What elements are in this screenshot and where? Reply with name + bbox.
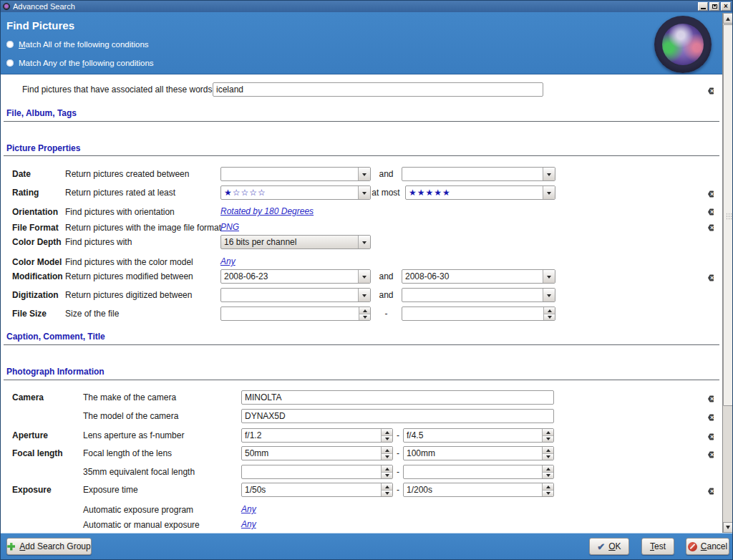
aperture-desc: Lens aperture as f-number [83,430,184,440]
clear-exposure-icon[interactable]: × [708,486,719,495]
section-picture-properties[interactable]: Picture Properties [6,143,80,153]
modification-to-combobox[interactable]: 2008-06-30 [402,269,555,284]
spin-arrows-icon[interactable] [543,307,555,320]
modification-desc: Return pictures modified between [65,271,193,281]
clear-file-format-icon[interactable]: × [708,222,719,231]
spin-arrows-icon[interactable] [381,483,392,496]
scroll-up-icon[interactable] [723,13,733,24]
clear-camera-make-icon[interactable]: × [708,393,719,402]
chevron-down-icon[interactable] [358,270,370,283]
rating-min-stars: ★☆☆☆☆ [221,186,358,199]
clear-orientation-icon[interactable]: × [708,206,719,216]
orientation-link[interactable]: Rotated by 180 Degrees [220,206,314,216]
file-size-desc: Size of the file [65,309,119,319]
scroll-down-icon[interactable] [723,522,733,533]
exposure-label: Exposure [12,485,52,495]
test-button[interactable]: Test [641,538,674,555]
clear-words-icon[interactable]: × [708,85,719,95]
exposure-mode-link[interactable]: Any [241,519,256,529]
focal-35mm-max-spinbox[interactable] [403,465,554,479]
match-any-radio[interactable]: Match Any of the following conditions [6,59,154,67]
restore-button[interactable] [709,2,719,11]
chevron-down-icon[interactable] [358,289,370,301]
file-size-max-spinbox[interactable] [402,306,555,321]
modification-from-combobox[interactable]: 2008-06-23 [220,269,371,284]
row-rating: Rating Return pictures rated at least ★☆… [1,185,722,200]
scrollbar-grip-icon [726,213,732,220]
date-to-combobox[interactable] [402,167,555,181]
spin-arrows-icon[interactable] [381,447,392,460]
chevron-down-icon[interactable] [543,270,555,283]
cancel-button[interactable]: Cancel [686,538,729,555]
match-any-label: Match Any of the following conditions [19,59,154,67]
digitization-label: Digitization [12,290,59,300]
spin-arrows-icon[interactable] [381,465,392,478]
section-divider [4,155,719,156]
digitization-to-combobox[interactable] [402,288,555,302]
aperture-min-spinbox[interactable]: f/1.2 [241,428,393,443]
camera-model-input[interactable] [241,409,554,423]
row-focal-35mm: 35mm equivalent focal length - [1,465,722,479]
title-bar[interactable]: Advanced Search × [1,1,732,12]
focal-max-spinbox[interactable]: 100mm [403,446,554,460]
focal-min-spinbox[interactable]: 50mm [241,446,393,460]
rating-max-combobox[interactable]: ★★★★★ [405,185,555,200]
spin-arrows-icon[interactable] [381,429,392,442]
clear-rating-icon[interactable]: × [708,188,719,198]
date-and-label: and [371,169,402,179]
file-size-label: File Size [12,309,47,319]
file-size-min-spinbox[interactable] [220,306,371,321]
scrollbar-thumb[interactable] [723,24,733,406]
clear-focal-icon[interactable]: × [708,449,719,458]
words-input[interactable] [213,82,543,97]
chevron-down-icon[interactable] [358,236,370,248]
clear-aperture-icon[interactable]: × [708,431,719,440]
row-file-size: File Size Size of the file - [1,306,722,321]
spin-arrows-icon[interactable] [542,447,553,460]
orientation-label: Orientation [12,207,58,217]
close-button[interactable]: × [721,2,731,11]
exposure-program-link[interactable]: Any [241,504,256,514]
rating-label: Rating [12,188,39,198]
radio-icon [6,59,14,67]
focal-35mm-min-spinbox[interactable] [241,465,393,479]
color-depth-label: Color Depth [12,237,62,247]
match-all-radio[interactable]: Match All of the following conditions [6,40,149,49]
exposure-max-spinbox[interactable]: 1/200s [403,483,554,497]
add-search-group-button[interactable]: Add Search Group [6,538,92,555]
rating-max-stars: ★★★★★ [406,186,543,199]
file-format-link[interactable]: PNG [220,222,239,232]
section-photograph-information[interactable]: Photograph Information [6,367,105,377]
spin-arrows-icon[interactable] [359,307,370,320]
vertical-scrollbar[interactable] [722,13,733,533]
rating-min-combobox[interactable]: ★☆☆☆☆ [220,185,371,200]
color-model-link[interactable]: Any [220,256,236,266]
date-from-combobox[interactable] [220,167,371,181]
modification-label: Modification [12,271,63,281]
spin-arrows-icon[interactable] [542,465,553,478]
match-all-label: Match All of the following conditions [19,40,149,49]
aperture-max-spinbox[interactable]: f/4.5 [403,428,554,443]
file-format-label: File Format [12,223,59,233]
spin-arrows-icon[interactable] [542,429,553,442]
chevron-down-icon[interactable] [358,168,370,180]
camera-make-input[interactable] [241,390,554,405]
digitization-from-combobox[interactable] [220,288,371,302]
aperture-dash-label: - [393,430,403,440]
clear-modification-icon[interactable]: × [708,272,719,281]
section-caption-comment-title[interactable]: Caption, Comment, Title [6,332,105,342]
clear-camera-model-icon[interactable]: × [708,412,719,421]
ok-button[interactable]: ✔ OK [589,538,629,555]
exposure-min-spinbox[interactable]: 1/50s [241,483,393,497]
color-model-desc: Find pictures with the color model [65,257,193,267]
color-depth-combobox[interactable]: 16 bits per channel [220,235,371,249]
row-exposure-program: Automatic exposure program Any [1,503,722,514]
chevron-down-icon[interactable] [543,168,555,180]
minimize-button[interactable] [698,2,708,11]
minimize-icon [701,8,706,9]
chevron-down-icon[interactable] [543,186,555,199]
spin-arrows-icon[interactable] [542,483,553,496]
color-depth-desc: Find pictures with [65,237,132,247]
section-file-album-tags[interactable]: File, Album, Tags [6,108,77,118]
chevron-down-icon[interactable] [543,289,555,301]
